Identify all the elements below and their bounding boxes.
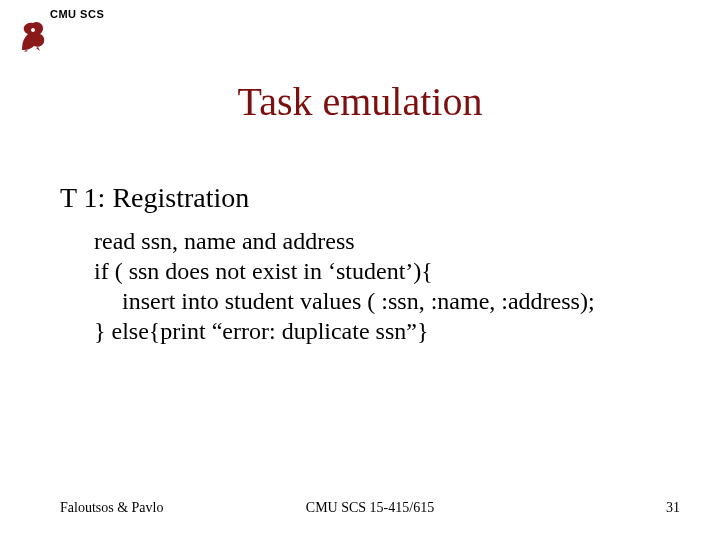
slide-title: Task emulation	[0, 78, 720, 125]
body-line-4: } else{print “error: duplicate ssn”}	[94, 318, 428, 344]
body-line-2: if ( ssn does not exist in ‘student’){	[94, 258, 433, 284]
footer-page-number: 31	[666, 500, 680, 516]
body-line-1: read ssn, name and address	[94, 228, 355, 254]
slide: CMU SCS Task emulation T 1: Registration…	[0, 0, 720, 540]
org-label: CMU SCS	[50, 8, 104, 20]
slide-subtitle: T 1: Registration	[60, 182, 249, 214]
body-line-3: insert into student values ( :ssn, :name…	[94, 286, 595, 316]
griffin-logo-icon	[18, 20, 48, 52]
footer-course: CMU SCS 15-415/615	[60, 500, 680, 516]
slide-body: read ssn, name and address if ( ssn does…	[94, 226, 595, 346]
